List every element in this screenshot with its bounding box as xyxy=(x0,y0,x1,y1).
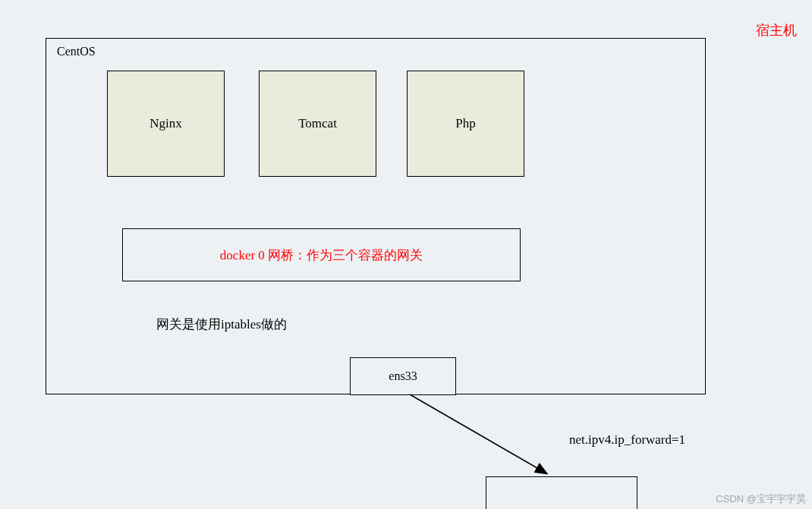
gateway-note: 网关是使用iptables做的 xyxy=(156,316,287,333)
svg-line-1 xyxy=(410,394,546,473)
container-tomcat: Tomcat xyxy=(259,71,376,177)
watermark: CSDN @宝宇宇宇昊 xyxy=(716,492,806,506)
host-machine-label: 宿主机 xyxy=(756,21,797,39)
target-box xyxy=(486,476,637,509)
centos-label: CentOS xyxy=(57,45,96,58)
container-php: Php xyxy=(407,71,524,177)
container-nginx: Nginx xyxy=(107,71,225,177)
centos-box: CentOS Nginx Tomcat Php docker 0 网桥：作为三个… xyxy=(46,38,706,394)
docker-bridge-box: docker 0 网桥：作为三个容器的网关 xyxy=(122,228,521,281)
ip-forward-label: net.ipv4.ip_forward=1 xyxy=(569,432,685,448)
nic-ens33-box: ens33 xyxy=(350,357,456,395)
